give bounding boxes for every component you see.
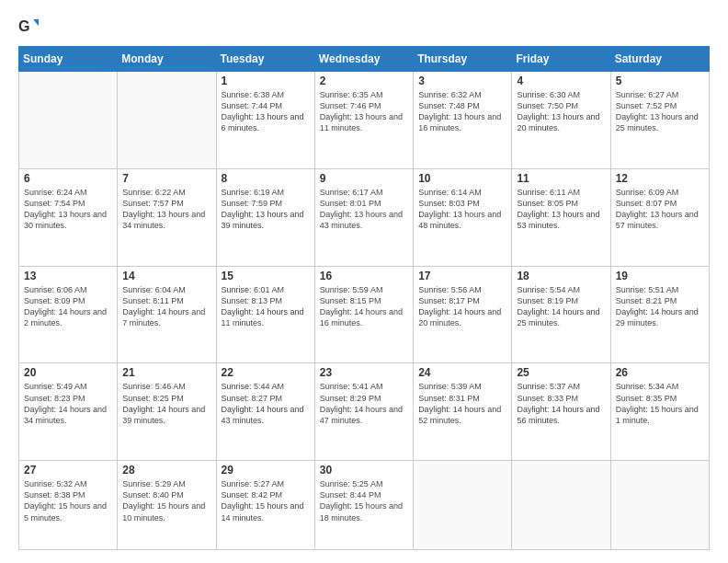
calendar-week-row: 13Sunrise: 6:06 AM Sunset: 8:09 PM Dayli… [19,266,710,363]
day-info: Sunrise: 6:27 AM Sunset: 7:52 PM Dayligh… [616,89,704,134]
calendar-cell: 20Sunrise: 5:49 AM Sunset: 8:23 PM Dayli… [19,363,118,461]
calendar-cell: 30Sunrise: 5:25 AM Sunset: 8:44 PM Dayli… [314,461,413,550]
day-number: 25 [517,366,605,379]
calendar-cell: 19Sunrise: 5:51 AM Sunset: 8:21 PM Dayli… [610,266,709,363]
calendar-cell [118,72,216,169]
day-number: 10 [418,172,506,185]
day-number: 6 [24,172,112,185]
calendar-cell: 11Sunrise: 6:11 AM Sunset: 8:05 PM Dayli… [512,168,610,266]
svg-marker-1 [33,19,39,26]
calendar-cell: 27Sunrise: 5:32 AM Sunset: 8:38 PM Dayli… [19,461,118,550]
calendar-header-row: SundayMondayTuesdayWednesdayThursdayFrid… [19,47,710,72]
day-info: Sunrise: 5:59 AM Sunset: 8:15 PM Dayligh… [320,284,408,329]
day-number: 14 [122,270,210,282]
day-number: 9 [320,172,408,185]
calendar-cell: 13Sunrise: 6:06 AM Sunset: 8:09 PM Dayli… [19,266,118,363]
calendar-cell: 4Sunrise: 6:30 AM Sunset: 7:50 PM Daylig… [512,72,610,169]
day-info: Sunrise: 5:51 AM Sunset: 8:21 PM Dayligh… [616,284,704,329]
day-info: Sunrise: 6:19 AM Sunset: 7:59 PM Dayligh… [222,187,310,232]
day-info: Sunrise: 6:24 AM Sunset: 7:54 PM Dayligh… [24,187,112,232]
weekday-header: Tuesday [216,47,314,72]
day-info: Sunrise: 6:32 AM Sunset: 7:48 PM Dayligh… [418,89,506,134]
weekday-header: Wednesday [314,47,413,72]
day-info: Sunrise: 5:25 AM Sunset: 8:44 PM Dayligh… [320,478,408,523]
day-info: Sunrise: 5:39 AM Sunset: 8:31 PM Dayligh… [418,381,506,426]
day-number: 17 [418,270,506,282]
day-info: Sunrise: 6:17 AM Sunset: 8:01 PM Dayligh… [320,187,408,232]
day-number: 7 [122,172,210,185]
day-info: Sunrise: 5:44 AM Sunset: 8:27 PM Dayligh… [222,381,310,426]
day-info: Sunrise: 5:41 AM Sunset: 8:29 PM Dayligh… [320,381,408,426]
day-number: 2 [320,75,408,87]
day-info: Sunrise: 5:37 AM Sunset: 8:33 PM Dayligh… [517,381,605,426]
calendar-week-row: 20Sunrise: 5:49 AM Sunset: 8:23 PM Dayli… [19,363,710,461]
top-area: G [18,17,710,37]
day-number: 11 [517,172,605,185]
calendar-cell: 1Sunrise: 6:38 AM Sunset: 7:44 PM Daylig… [216,72,314,169]
weekday-header: Friday [512,47,610,72]
calendar-cell [610,461,709,550]
calendar-cell: 26Sunrise: 5:34 AM Sunset: 8:35 PM Dayli… [610,363,709,461]
calendar-cell: 18Sunrise: 5:54 AM Sunset: 8:19 PM Dayli… [512,266,610,363]
calendar-week-row: 1Sunrise: 6:38 AM Sunset: 7:44 PM Daylig… [19,72,710,169]
day-number: 13 [24,270,112,282]
calendar-cell: 28Sunrise: 5:29 AM Sunset: 8:40 PM Dayli… [118,461,216,550]
day-info: Sunrise: 6:11 AM Sunset: 8:05 PM Dayligh… [517,187,605,232]
calendar-cell: 12Sunrise: 6:09 AM Sunset: 8:07 PM Dayli… [610,168,709,266]
day-number: 20 [24,366,112,379]
day-number: 15 [222,270,310,282]
day-number: 1 [222,75,310,87]
weekday-header: Sunday [19,47,118,72]
day-info: Sunrise: 6:14 AM Sunset: 8:03 PM Dayligh… [418,187,506,232]
calendar-cell: 7Sunrise: 6:22 AM Sunset: 7:57 PM Daylig… [118,168,216,266]
calendar-cell: 16Sunrise: 5:59 AM Sunset: 8:15 PM Dayli… [314,266,413,363]
calendar-cell: 24Sunrise: 5:39 AM Sunset: 8:31 PM Dayli… [414,363,512,461]
day-info: Sunrise: 6:09 AM Sunset: 8:07 PM Dayligh… [616,187,704,232]
calendar-week-row: 6Sunrise: 6:24 AM Sunset: 7:54 PM Daylig… [19,168,710,266]
day-number: 28 [122,464,210,477]
weekday-header: Monday [118,47,216,72]
day-info: Sunrise: 5:29 AM Sunset: 8:40 PM Dayligh… [122,478,210,523]
day-info: Sunrise: 6:01 AM Sunset: 8:13 PM Dayligh… [222,284,310,329]
day-number: 19 [616,270,704,282]
calendar-cell: 6Sunrise: 6:24 AM Sunset: 7:54 PM Daylig… [19,168,118,266]
calendar-cell: 29Sunrise: 5:27 AM Sunset: 8:42 PM Dayli… [216,461,314,550]
calendar-cell: 21Sunrise: 5:46 AM Sunset: 8:25 PM Dayli… [118,363,216,461]
calendar-cell: 17Sunrise: 5:56 AM Sunset: 8:17 PM Dayli… [414,266,512,363]
day-info: Sunrise: 5:54 AM Sunset: 8:19 PM Dayligh… [517,284,605,329]
calendar-cell: 5Sunrise: 6:27 AM Sunset: 7:52 PM Daylig… [610,72,709,169]
day-number: 22 [222,366,310,379]
day-info: Sunrise: 5:49 AM Sunset: 8:23 PM Dayligh… [24,381,112,426]
calendar-cell: 15Sunrise: 6:01 AM Sunset: 8:13 PM Dayli… [216,266,314,363]
day-number: 23 [320,366,408,379]
calendar-cell [414,461,512,550]
day-info: Sunrise: 5:46 AM Sunset: 8:25 PM Dayligh… [122,381,210,426]
calendar-cell: 10Sunrise: 6:14 AM Sunset: 8:03 PM Dayli… [414,168,512,266]
day-info: Sunrise: 6:06 AM Sunset: 8:09 PM Dayligh… [24,284,112,329]
day-number: 30 [320,464,408,477]
calendar-cell [19,72,118,169]
calendar-cell: 23Sunrise: 5:41 AM Sunset: 8:29 PM Dayli… [314,363,413,461]
calendar-cell: 22Sunrise: 5:44 AM Sunset: 8:27 PM Dayli… [216,363,314,461]
page: G SundayMondayTuesdayWednesdayThursdayFr… [0,0,728,563]
day-info: Sunrise: 6:35 AM Sunset: 7:46 PM Dayligh… [320,89,408,134]
day-number: 26 [616,366,704,379]
calendar-cell: 8Sunrise: 6:19 AM Sunset: 7:59 PM Daylig… [216,168,314,266]
calendar-cell: 25Sunrise: 5:37 AM Sunset: 8:33 PM Dayli… [512,363,610,461]
day-number: 12 [616,172,704,185]
calendar-table: SundayMondayTuesdayWednesdayThursdayFrid… [18,46,710,550]
calendar-cell [512,461,610,550]
day-number: 21 [122,366,210,379]
day-info: Sunrise: 5:56 AM Sunset: 8:17 PM Dayligh… [418,284,506,329]
calendar-cell: 14Sunrise: 6:04 AM Sunset: 8:11 PM Dayli… [118,266,216,363]
day-info: Sunrise: 6:22 AM Sunset: 7:57 PM Dayligh… [122,187,210,232]
day-info: Sunrise: 5:34 AM Sunset: 8:35 PM Dayligh… [616,381,704,426]
logo: G [18,17,42,37]
day-info: Sunrise: 6:30 AM Sunset: 7:50 PM Dayligh… [517,89,605,134]
calendar-cell: 3Sunrise: 6:32 AM Sunset: 7:48 PM Daylig… [414,72,512,169]
calendar-cell: 9Sunrise: 6:17 AM Sunset: 8:01 PM Daylig… [314,168,413,266]
day-info: Sunrise: 5:27 AM Sunset: 8:42 PM Dayligh… [222,478,310,523]
day-info: Sunrise: 5:32 AM Sunset: 8:38 PM Dayligh… [24,478,112,523]
day-number: 3 [418,75,506,87]
weekday-header: Saturday [610,47,709,72]
